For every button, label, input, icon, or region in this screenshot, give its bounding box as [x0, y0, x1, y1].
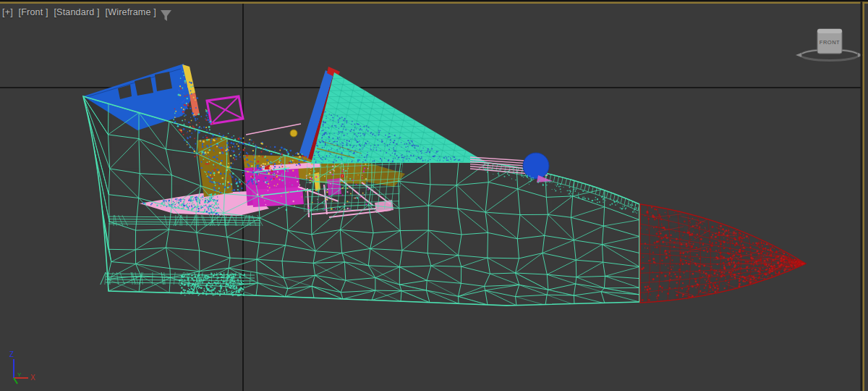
viewport-front[interactable]: FRONT Z X Y [+] [Front ] [Standard ] [Wi… — [0, 0, 868, 391]
fin-hole — [155, 72, 172, 91]
axis-x-label: X — [30, 374, 35, 382]
axis-z-label: Z — [9, 350, 14, 358]
active-viewport-border-right — [863, 2, 865, 391]
viewport-background — [0, 0, 868, 391]
viewport-render-preset-menu[interactable]: [Standard ] — [54, 7, 99, 17]
viewcube-face-label[interactable]: FRONT — [820, 39, 840, 46]
blue-disc — [523, 153, 549, 179]
window-top-edge — [0, 0, 868, 2]
viewcube-top-bevel — [817, 29, 842, 33]
viewport-pov-menu[interactable]: [Front ] — [19, 7, 48, 17]
active-viewport-border-top — [0, 2, 868, 4]
yellow-ball-detail — [290, 130, 297, 137]
viewport-shading-menu[interactable]: [Wireframe ] — [105, 7, 156, 17]
viewport-label: [+] [Front ] [Standard ] [Wireframe ] — [2, 7, 159, 17]
viewport-general-menu[interactable]: [+] — [2, 7, 13, 17]
viewport-canvas[interactable]: FRONT Z X Y — [0, 0, 868, 391]
axis-y-label: Y — [17, 371, 22, 378]
viewport-splitter[interactable] — [861, 2, 863, 391]
magenta-panel — [207, 96, 243, 124]
